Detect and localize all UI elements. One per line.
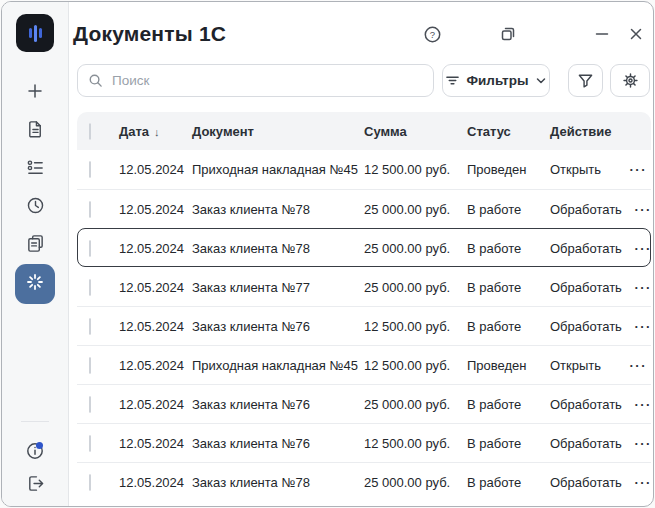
select-all-checkbox[interactable] bbox=[89, 123, 91, 140]
row-checkbox[interactable] bbox=[89, 161, 91, 178]
row-date: 12.05.2024 bbox=[119, 358, 192, 373]
table-header-row: Дата↓ Документ Сумма Статус Действие bbox=[77, 112, 651, 150]
row-menu-button[interactable]: ··· bbox=[622, 280, 654, 295]
page-title: Документы 1С bbox=[73, 22, 226, 46]
filters-label: Фильтры bbox=[467, 73, 529, 88]
table-row[interactable]: 12.05.2024 Заказ клиента №78 25 000.00 р… bbox=[77, 228, 651, 267]
row-date: 12.05.2024 bbox=[119, 436, 192, 451]
chevron-down-icon bbox=[535, 75, 547, 87]
sidebar-item-files[interactable] bbox=[20, 230, 50, 260]
row-action[interactable]: Обработать bbox=[550, 280, 622, 295]
row-checkbox[interactable] bbox=[89, 435, 91, 452]
column-header-document[interactable]: Документ bbox=[192, 124, 364, 139]
row-status: Проведен bbox=[467, 358, 550, 373]
row-document: Приходная накладная №45 bbox=[192, 162, 364, 177]
row-document: Заказ клиента №76 bbox=[192, 397, 364, 412]
row-date: 12.05.2024 bbox=[119, 280, 192, 295]
gear-icon bbox=[622, 72, 639, 89]
row-action[interactable]: Открыть bbox=[550, 358, 617, 373]
notification-dot bbox=[36, 442, 43, 449]
logout-button[interactable] bbox=[20, 470, 50, 500]
row-checkbox[interactable] bbox=[89, 396, 91, 413]
table-row[interactable]: 12.05.2024 Заказ клиента №76 12 500.00 р… bbox=[77, 306, 651, 345]
search-input[interactable] bbox=[110, 72, 423, 89]
column-header-amount[interactable]: Сумма bbox=[364, 124, 467, 139]
table-row[interactable]: 12.05.2024 Заказ клиента №78 25 000.00 р… bbox=[77, 189, 651, 228]
row-status: Проведен bbox=[467, 162, 550, 177]
document-icon bbox=[26, 120, 45, 143]
sidebar-item-history[interactable] bbox=[20, 192, 50, 222]
row-document: Заказ клиента №77 bbox=[192, 280, 364, 295]
sidebar-divider bbox=[21, 421, 49, 422]
row-action[interactable]: Обработать bbox=[550, 319, 622, 334]
search-icon bbox=[88, 73, 103, 88]
help-button[interactable]: ? bbox=[422, 24, 442, 44]
column-header-status[interactable]: Статус bbox=[467, 124, 550, 139]
app-window: Документы 1С ? Фильтры bbox=[1, 1, 654, 507]
sidebar-item-document[interactable] bbox=[20, 116, 50, 146]
row-action[interactable]: Обработать bbox=[550, 436, 622, 451]
row-amount: 12 500.00 руб. bbox=[364, 162, 467, 177]
row-date: 12.05.2024 bbox=[119, 241, 192, 256]
row-amount: 25 000.00 руб. bbox=[364, 397, 467, 412]
row-date: 12.05.2024 bbox=[119, 475, 192, 490]
sort-descending-icon: ↓ bbox=[154, 126, 160, 138]
row-date: 12.05.2024 bbox=[119, 202, 192, 217]
row-status: В работе bbox=[467, 202, 550, 217]
row-amount: 25 000.00 руб. bbox=[364, 202, 467, 217]
sidebar-item-checklist[interactable] bbox=[20, 154, 50, 184]
row-checkbox[interactable] bbox=[89, 279, 91, 296]
row-status: В работе bbox=[467, 241, 550, 256]
row-menu-button[interactable]: ··· bbox=[617, 162, 651, 177]
restore-window-button[interactable] bbox=[498, 24, 518, 44]
table-row[interactable]: 12.05.2024 Приходная накладная №45 12 50… bbox=[77, 345, 651, 384]
row-action[interactable]: Открыть bbox=[550, 162, 617, 177]
funnel-filter-button[interactable] bbox=[568, 64, 603, 97]
row-amount: 25 000.00 руб. bbox=[364, 241, 467, 256]
row-document: Заказ клиента №78 bbox=[192, 475, 364, 490]
column-header-date[interactable]: Дата↓ bbox=[119, 124, 192, 139]
row-document: Заказ клиента №78 bbox=[192, 241, 364, 256]
table-row[interactable]: 12.05.2024 Заказ клиента №77 25 000.00 р… bbox=[77, 267, 651, 306]
row-menu-button[interactable]: ··· bbox=[622, 397, 654, 412]
search-input-container bbox=[77, 64, 434, 97]
row-menu-button[interactable]: ··· bbox=[622, 475, 654, 490]
table-row[interactable]: 12.05.2024 Заказ клиента №76 12 500.00 р… bbox=[77, 423, 651, 462]
row-menu-button[interactable]: ··· bbox=[622, 202, 654, 217]
spinner-icon bbox=[25, 272, 45, 296]
clock-icon bbox=[26, 196, 45, 219]
row-status: В работе bbox=[467, 319, 550, 334]
row-status: В работе bbox=[467, 475, 550, 490]
table-row[interactable]: 12.05.2024 Заказ клиента №78 25 000.00 р… bbox=[77, 462, 651, 501]
row-action[interactable]: Обработать bbox=[550, 397, 622, 412]
svg-text:?: ? bbox=[429, 28, 434, 39]
row-checkbox[interactable] bbox=[89, 474, 91, 491]
row-action[interactable]: Обработать bbox=[550, 475, 622, 490]
row-date: 12.05.2024 bbox=[119, 319, 192, 334]
row-checkbox[interactable] bbox=[89, 201, 91, 218]
close-button[interactable] bbox=[626, 24, 646, 44]
new-document-button[interactable] bbox=[20, 78, 50, 108]
info-button[interactable] bbox=[20, 436, 50, 466]
row-document: Заказ клиента №76 bbox=[192, 436, 364, 451]
row-document: Приходная накладная №45 bbox=[192, 358, 364, 373]
column-header-action[interactable]: Действие bbox=[550, 124, 617, 139]
minimize-button[interactable] bbox=[592, 24, 612, 44]
row-menu-button[interactable]: ··· bbox=[622, 319, 654, 334]
sidebar-item-processing-active[interactable] bbox=[15, 264, 55, 304]
row-checkbox[interactable] bbox=[89, 357, 91, 374]
row-menu-button[interactable]: ··· bbox=[622, 436, 654, 451]
row-amount: 12 500.00 руб. bbox=[364, 319, 467, 334]
row-menu-button[interactable]: ··· bbox=[622, 241, 654, 256]
funnel-icon bbox=[577, 72, 594, 89]
row-menu-button[interactable]: ··· bbox=[617, 358, 651, 373]
row-action[interactable]: Обработать bbox=[550, 202, 622, 217]
settings-button[interactable] bbox=[610, 64, 650, 97]
info-icon bbox=[25, 441, 45, 461]
row-checkbox[interactable] bbox=[89, 318, 91, 335]
filters-dropdown-button[interactable]: Фильтры bbox=[442, 64, 550, 97]
table-row[interactable]: 12.05.2024 Приходная накладная №45 12 50… bbox=[77, 150, 651, 189]
row-checkbox[interactable] bbox=[89, 240, 91, 257]
table-row[interactable]: 12.05.2024 Заказ клиента №76 25 000.00 р… bbox=[77, 384, 651, 423]
row-action[interactable]: Обработать bbox=[550, 241, 622, 256]
